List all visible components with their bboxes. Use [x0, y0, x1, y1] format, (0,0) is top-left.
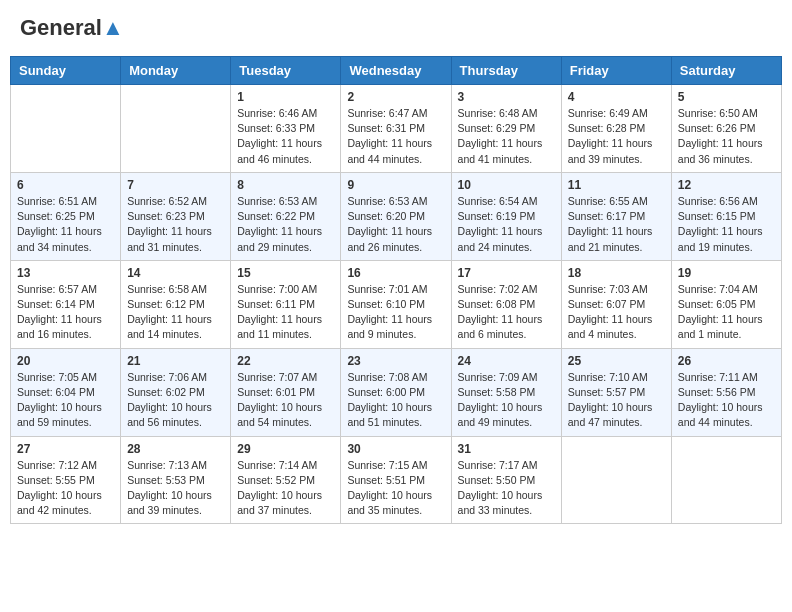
calendar-cell — [561, 436, 671, 524]
sunrise-text: Sunrise: 7:09 AM — [458, 371, 538, 383]
day-info: Sunrise: 6:51 AM Sunset: 6:25 PM Dayligh… — [17, 194, 114, 255]
day-number: 29 — [237, 442, 334, 456]
calendar-cell: 26 Sunrise: 7:11 AM Sunset: 5:56 PM Dayl… — [671, 348, 781, 436]
day-number: 18 — [568, 266, 665, 280]
sunset-text: Sunset: 5:55 PM — [17, 474, 95, 486]
sunset-text: Sunset: 6:00 PM — [347, 386, 425, 398]
calendar-cell: 8 Sunrise: 6:53 AM Sunset: 6:22 PM Dayli… — [231, 172, 341, 260]
day-info: Sunrise: 6:53 AM Sunset: 6:22 PM Dayligh… — [237, 194, 334, 255]
day-number: 15 — [237, 266, 334, 280]
sunset-text: Sunset: 6:31 PM — [347, 122, 425, 134]
day-number: 4 — [568, 90, 665, 104]
daylight-text: Daylight: 11 hours and 1 minute. — [678, 313, 763, 340]
calendar-cell: 13 Sunrise: 6:57 AM Sunset: 6:14 PM Dayl… — [11, 260, 121, 348]
daylight-text: Daylight: 11 hours and 6 minutes. — [458, 313, 543, 340]
sunrise-text: Sunrise: 7:01 AM — [347, 283, 427, 295]
day-info: Sunrise: 7:05 AM Sunset: 6:04 PM Dayligh… — [17, 370, 114, 431]
day-info: Sunrise: 6:49 AM Sunset: 6:28 PM Dayligh… — [568, 106, 665, 167]
col-header-thursday: Thursday — [451, 57, 561, 85]
sunrise-text: Sunrise: 7:15 AM — [347, 459, 427, 471]
sunrise-text: Sunrise: 6:57 AM — [17, 283, 97, 295]
day-number: 23 — [347, 354, 444, 368]
daylight-text: Daylight: 11 hours and 29 minutes. — [237, 225, 322, 252]
sunset-text: Sunset: 5:50 PM — [458, 474, 536, 486]
day-number: 14 — [127, 266, 224, 280]
calendar-cell: 25 Sunrise: 7:10 AM Sunset: 5:57 PM Dayl… — [561, 348, 671, 436]
calendar-header-row: SundayMondayTuesdayWednesdayThursdayFrid… — [11, 57, 782, 85]
day-number: 7 — [127, 178, 224, 192]
day-info: Sunrise: 6:58 AM Sunset: 6:12 PM Dayligh… — [127, 282, 224, 343]
day-info: Sunrise: 6:53 AM Sunset: 6:20 PM Dayligh… — [347, 194, 444, 255]
page-header: General▲ — [10, 10, 782, 46]
day-number: 27 — [17, 442, 114, 456]
col-header-monday: Monday — [121, 57, 231, 85]
sunset-text: Sunset: 6:08 PM — [458, 298, 536, 310]
day-info: Sunrise: 7:12 AM Sunset: 5:55 PM Dayligh… — [17, 458, 114, 519]
sunset-text: Sunset: 6:29 PM — [458, 122, 536, 134]
day-info: Sunrise: 7:01 AM Sunset: 6:10 PM Dayligh… — [347, 282, 444, 343]
day-info: Sunrise: 7:11 AM Sunset: 5:56 PM Dayligh… — [678, 370, 775, 431]
day-info: Sunrise: 6:57 AM Sunset: 6:14 PM Dayligh… — [17, 282, 114, 343]
sunrise-text: Sunrise: 6:56 AM — [678, 195, 758, 207]
day-info: Sunrise: 6:54 AM Sunset: 6:19 PM Dayligh… — [458, 194, 555, 255]
calendar-week-row: 13 Sunrise: 6:57 AM Sunset: 6:14 PM Dayl… — [11, 260, 782, 348]
sunset-text: Sunset: 6:25 PM — [17, 210, 95, 222]
day-number: 22 — [237, 354, 334, 368]
sunrise-text: Sunrise: 7:04 AM — [678, 283, 758, 295]
day-number: 20 — [17, 354, 114, 368]
sunrise-text: Sunrise: 7:03 AM — [568, 283, 648, 295]
day-info: Sunrise: 7:09 AM Sunset: 5:58 PM Dayligh… — [458, 370, 555, 431]
calendar-cell: 14 Sunrise: 6:58 AM Sunset: 6:12 PM Dayl… — [121, 260, 231, 348]
day-number: 13 — [17, 266, 114, 280]
day-info: Sunrise: 6:48 AM Sunset: 6:29 PM Dayligh… — [458, 106, 555, 167]
daylight-text: Daylight: 10 hours and 42 minutes. — [17, 489, 102, 516]
sunset-text: Sunset: 6:04 PM — [17, 386, 95, 398]
day-info: Sunrise: 7:10 AM Sunset: 5:57 PM Dayligh… — [568, 370, 665, 431]
calendar-cell: 18 Sunrise: 7:03 AM Sunset: 6:07 PM Dayl… — [561, 260, 671, 348]
calendar-cell: 24 Sunrise: 7:09 AM Sunset: 5:58 PM Dayl… — [451, 348, 561, 436]
calendar-cell: 10 Sunrise: 6:54 AM Sunset: 6:19 PM Dayl… — [451, 172, 561, 260]
day-info: Sunrise: 7:02 AM Sunset: 6:08 PM Dayligh… — [458, 282, 555, 343]
sunrise-text: Sunrise: 7:05 AM — [17, 371, 97, 383]
calendar-cell: 19 Sunrise: 7:04 AM Sunset: 6:05 PM Dayl… — [671, 260, 781, 348]
calendar-cell: 15 Sunrise: 7:00 AM Sunset: 6:11 PM Dayl… — [231, 260, 341, 348]
calendar-cell: 6 Sunrise: 6:51 AM Sunset: 6:25 PM Dayli… — [11, 172, 121, 260]
daylight-text: Daylight: 11 hours and 9 minutes. — [347, 313, 432, 340]
daylight-text: Daylight: 10 hours and 56 minutes. — [127, 401, 212, 428]
daylight-text: Daylight: 10 hours and 39 minutes. — [127, 489, 212, 516]
calendar-cell: 28 Sunrise: 7:13 AM Sunset: 5:53 PM Dayl… — [121, 436, 231, 524]
col-header-wednesday: Wednesday — [341, 57, 451, 85]
day-number: 24 — [458, 354, 555, 368]
col-header-saturday: Saturday — [671, 57, 781, 85]
calendar-cell — [11, 85, 121, 173]
day-info: Sunrise: 7:13 AM Sunset: 5:53 PM Dayligh… — [127, 458, 224, 519]
calendar-cell: 4 Sunrise: 6:49 AM Sunset: 6:28 PM Dayli… — [561, 85, 671, 173]
sunrise-text: Sunrise: 6:55 AM — [568, 195, 648, 207]
daylight-text: Daylight: 11 hours and 34 minutes. — [17, 225, 102, 252]
sunrise-text: Sunrise: 6:49 AM — [568, 107, 648, 119]
daylight-text: Daylight: 11 hours and 41 minutes. — [458, 137, 543, 164]
col-header-tuesday: Tuesday — [231, 57, 341, 85]
sunset-text: Sunset: 5:51 PM — [347, 474, 425, 486]
daylight-text: Daylight: 10 hours and 49 minutes. — [458, 401, 543, 428]
day-number: 10 — [458, 178, 555, 192]
sunset-text: Sunset: 6:12 PM — [127, 298, 205, 310]
calendar-cell: 30 Sunrise: 7:15 AM Sunset: 5:51 PM Dayl… — [341, 436, 451, 524]
calendar-week-row: 20 Sunrise: 7:05 AM Sunset: 6:04 PM Dayl… — [11, 348, 782, 436]
sunrise-text: Sunrise: 6:54 AM — [458, 195, 538, 207]
day-info: Sunrise: 6:55 AM Sunset: 6:17 PM Dayligh… — [568, 194, 665, 255]
sunset-text: Sunset: 6:22 PM — [237, 210, 315, 222]
day-number: 16 — [347, 266, 444, 280]
daylight-text: Daylight: 11 hours and 21 minutes. — [568, 225, 653, 252]
day-info: Sunrise: 7:06 AM Sunset: 6:02 PM Dayligh… — [127, 370, 224, 431]
sunrise-text: Sunrise: 7:17 AM — [458, 459, 538, 471]
sunset-text: Sunset: 5:53 PM — [127, 474, 205, 486]
calendar-cell: 23 Sunrise: 7:08 AM Sunset: 6:00 PM Dayl… — [341, 348, 451, 436]
sunrise-text: Sunrise: 6:58 AM — [127, 283, 207, 295]
sunrise-text: Sunrise: 6:48 AM — [458, 107, 538, 119]
calendar-cell: 5 Sunrise: 6:50 AM Sunset: 6:26 PM Dayli… — [671, 85, 781, 173]
day-info: Sunrise: 7:14 AM Sunset: 5:52 PM Dayligh… — [237, 458, 334, 519]
sunset-text: Sunset: 6:02 PM — [127, 386, 205, 398]
sunrise-text: Sunrise: 7:02 AM — [458, 283, 538, 295]
col-header-friday: Friday — [561, 57, 671, 85]
